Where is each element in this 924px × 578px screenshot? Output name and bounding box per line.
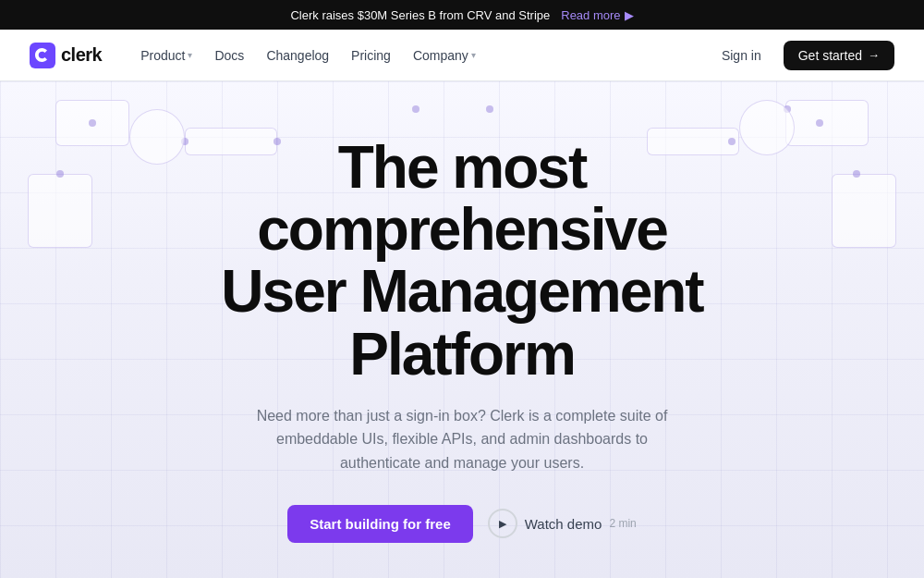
- hero-cta: Start building for free ▶ Watch demo 2 m…: [18, 505, 906, 543]
- nav-docs[interactable]: Docs: [205, 43, 253, 68]
- hero-title: The most comprehensive User Management P…: [139, 137, 785, 386]
- navbar: clerk Product ▾ Docs Changelog Pricing C…: [0, 30, 924, 81]
- announcement-bar: Clerk raises $30M Series B from CRV and …: [0, 0, 924, 30]
- play-icon: ▶: [488, 509, 517, 538]
- demo-duration: 2 min: [609, 517, 636, 530]
- nav-changelog[interactable]: Changelog: [257, 43, 338, 68]
- sign-in-button[interactable]: Sign in: [711, 43, 772, 68]
- nav-company[interactable]: Company ▾: [404, 43, 485, 68]
- chevron-down-icon-company: ▾: [471, 50, 476, 60]
- nav-right: Sign in Get started →: [711, 41, 894, 70]
- hero-subtitle: Need more than just a sign-in box? Clerk…: [249, 404, 675, 475]
- logo-link[interactable]: clerk: [30, 43, 102, 68]
- nav-links: Product ▾ Docs Changelog Pricing Company…: [131, 43, 711, 68]
- hero-content: The most comprehensive User Management P…: [18, 137, 906, 543]
- clerk-logo-icon: [30, 43, 55, 68]
- get-started-button[interactable]: Get started →: [784, 41, 894, 70]
- nav-product[interactable]: Product ▾: [131, 43, 201, 68]
- hero-section: The most comprehensive User Management P…: [0, 81, 924, 578]
- announcement-text: Clerk raises $30M Series B from CRV and …: [290, 8, 550, 22]
- nav-pricing[interactable]: Pricing: [342, 43, 400, 68]
- start-building-button[interactable]: Start building for free: [287, 505, 473, 543]
- svg-rect-0: [30, 43, 55, 68]
- logo-text: clerk: [61, 44, 102, 66]
- arrow-icon: →: [868, 48, 880, 62]
- announcement-link[interactable]: Read more ▶: [561, 8, 633, 22]
- chevron-down-icon: ▾: [188, 50, 192, 60]
- watch-demo-button[interactable]: ▶ Watch demo 2 min: [488, 509, 637, 538]
